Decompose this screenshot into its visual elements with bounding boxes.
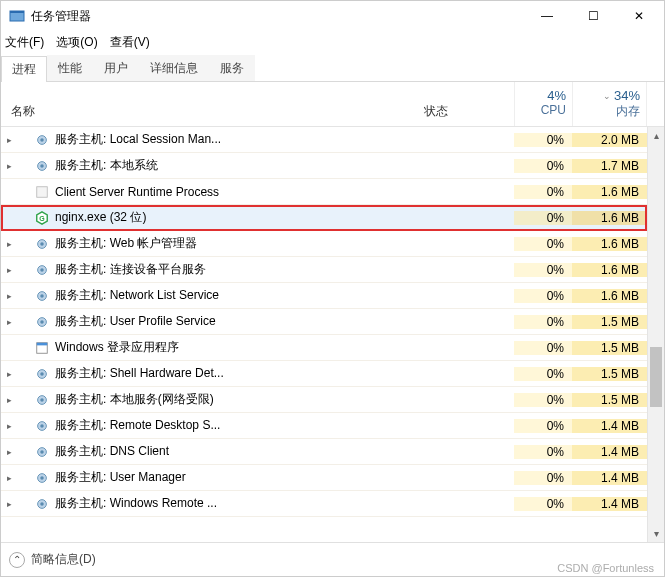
expand-toggle[interactable]: ▸ (1, 473, 17, 483)
process-row[interactable]: ▸服务主机: Remote Desktop S...0%1.4 MB (1, 413, 647, 439)
svg-point-22 (40, 398, 44, 402)
expand-toggle[interactable]: ▸ (1, 239, 17, 249)
process-name: Client Server Runtime Process (51, 185, 414, 199)
process-cpu: 0% (514, 263, 572, 277)
process-row[interactable]: Client Server Runtime Process0%1.6 MB (1, 179, 647, 205)
expand-toggle[interactable]: ▸ (1, 421, 17, 431)
process-cpu: 0% (514, 445, 572, 459)
svg-point-3 (40, 138, 44, 142)
titlebar[interactable]: 任务管理器 — ☐ ✕ (1, 1, 664, 31)
process-cpu: 0% (514, 393, 572, 407)
expand-toggle[interactable]: ▸ (1, 135, 17, 145)
svg-text:G: G (39, 214, 45, 221)
process-cpu: 0% (514, 471, 572, 485)
process-row[interactable]: ▸服务主机: 本地系统0%1.7 MB (1, 153, 647, 179)
process-icon (33, 419, 51, 433)
expand-toggle[interactable]: ▸ (1, 499, 17, 509)
process-cpu: 0% (514, 237, 572, 251)
svg-point-12 (40, 268, 44, 272)
svg-point-16 (40, 320, 44, 324)
process-cpu: 0% (514, 289, 572, 303)
maximize-button[interactable]: ☐ (570, 1, 616, 31)
process-icon (33, 315, 51, 329)
process-cpu: 0% (514, 185, 572, 199)
process-name: 服务主机: User Manager (51, 469, 414, 486)
expand-toggle[interactable]: ▸ (1, 265, 17, 275)
process-cpu: 0% (514, 341, 572, 355)
process-list: ▸服务主机: Local Session Man...0%2.0 MB▸服务主机… (1, 127, 664, 542)
process-row[interactable]: ▸服务主机: 连接设备平台服务0%1.6 MB (1, 257, 647, 283)
process-memory: 1.5 MB (572, 341, 647, 355)
svg-point-20 (40, 372, 44, 376)
process-memory: 1.4 MB (572, 445, 647, 459)
process-name: 服务主机: Remote Desktop S... (51, 417, 414, 434)
tab-users[interactable]: 用户 (93, 55, 139, 81)
chevron-down-icon: ⌄ (603, 91, 611, 101)
minimize-button[interactable]: — (524, 1, 570, 31)
scroll-up-arrow[interactable]: ▴ (648, 127, 664, 144)
process-row[interactable]: Windows 登录应用程序0%1.5 MB (1, 335, 647, 361)
expand-toggle[interactable]: ▸ (1, 447, 17, 457)
process-icon: G (33, 211, 51, 225)
scroll-down-arrow[interactable]: ▾ (648, 525, 664, 542)
process-name: 服务主机: Shell Hardware Det... (51, 365, 414, 382)
process-row[interactable]: ▸服务主机: User Manager0%1.4 MB (1, 465, 647, 491)
process-row[interactable]: Gnginx.exe (32 位)0%1.6 MB (1, 205, 647, 231)
process-row[interactable]: ▸服务主机: DNS Client0%1.4 MB (1, 439, 647, 465)
process-name: 服务主机: Network List Service (51, 287, 414, 304)
process-row[interactable]: ▸服务主机: 本地服务(网络受限)0%1.5 MB (1, 387, 647, 413)
process-row[interactable]: ▸服务主机: Local Session Man...0%2.0 MB (1, 127, 647, 153)
process-memory: 1.4 MB (572, 497, 647, 511)
process-row[interactable]: ▸服务主机: Windows Remote ...0%1.4 MB (1, 491, 647, 517)
tab-services[interactable]: 服务 (209, 55, 255, 81)
menu-view[interactable]: 查看(V) (110, 34, 150, 51)
process-memory: 2.0 MB (572, 133, 647, 147)
col-name[interactable]: 名称 (1, 82, 414, 126)
tab-processes[interactable]: 进程 (1, 56, 47, 82)
chevron-up-icon: ⌃ (9, 552, 25, 568)
fewer-details-button[interactable]: ⌃ 简略信息(D) (9, 551, 96, 568)
process-icon (33, 497, 51, 511)
col-memory[interactable]: ⌄34% 内存 (572, 82, 647, 126)
tab-performance[interactable]: 性能 (47, 55, 93, 81)
process-row[interactable]: ▸服务主机: Network List Service0%1.6 MB (1, 283, 647, 309)
svg-rect-18 (37, 342, 48, 345)
menu-file[interactable]: 文件(F) (5, 34, 44, 51)
process-memory: 1.4 MB (572, 471, 647, 485)
process-cpu: 0% (514, 497, 572, 511)
process-memory: 1.5 MB (572, 315, 647, 329)
col-status[interactable]: 状态 (414, 82, 514, 126)
tab-details[interactable]: 详细信息 (139, 55, 209, 81)
expand-toggle[interactable]: ▸ (1, 317, 17, 327)
process-memory: 1.6 MB (572, 185, 647, 199)
vertical-scrollbar[interactable]: ▴ ▾ (647, 127, 664, 542)
process-icon (33, 445, 51, 459)
close-button[interactable]: ✕ (616, 1, 662, 31)
process-row[interactable]: ▸服务主机: User Profile Service0%1.5 MB (1, 309, 647, 335)
process-name: 服务主机: 连接设备平台服务 (51, 261, 414, 278)
expand-toggle[interactable]: ▸ (1, 161, 17, 171)
process-cpu: 0% (514, 159, 572, 173)
process-icon (33, 237, 51, 251)
process-row[interactable]: ▸服务主机: Shell Hardware Det...0%1.5 MB (1, 361, 647, 387)
process-name: nginx.exe (32 位) (51, 209, 414, 226)
expand-toggle[interactable]: ▸ (1, 291, 17, 301)
process-memory: 1.7 MB (572, 159, 647, 173)
svg-point-26 (40, 450, 44, 454)
process-row[interactable]: ▸服务主机: Web 帐户管理器0%1.6 MB (1, 231, 647, 257)
process-icon (33, 159, 51, 173)
col-cpu[interactable]: 4% CPU (514, 82, 572, 126)
tabbar: 进程 性能 用户 详细信息 服务 (1, 55, 664, 82)
process-memory: 1.5 MB (572, 393, 647, 407)
process-memory: 1.6 MB (572, 211, 647, 225)
svg-point-24 (40, 424, 44, 428)
process-memory: 1.6 MB (572, 263, 647, 277)
scrollbar-thumb[interactable] (650, 347, 662, 407)
process-memory: 1.6 MB (572, 289, 647, 303)
process-name: 服务主机: 本地系统 (51, 157, 414, 174)
menu-options[interactable]: 选项(O) (56, 34, 97, 51)
process-icon (33, 367, 51, 381)
expand-toggle[interactable]: ▸ (1, 369, 17, 379)
expand-toggle[interactable]: ▸ (1, 395, 17, 405)
svg-rect-1 (10, 11, 24, 13)
